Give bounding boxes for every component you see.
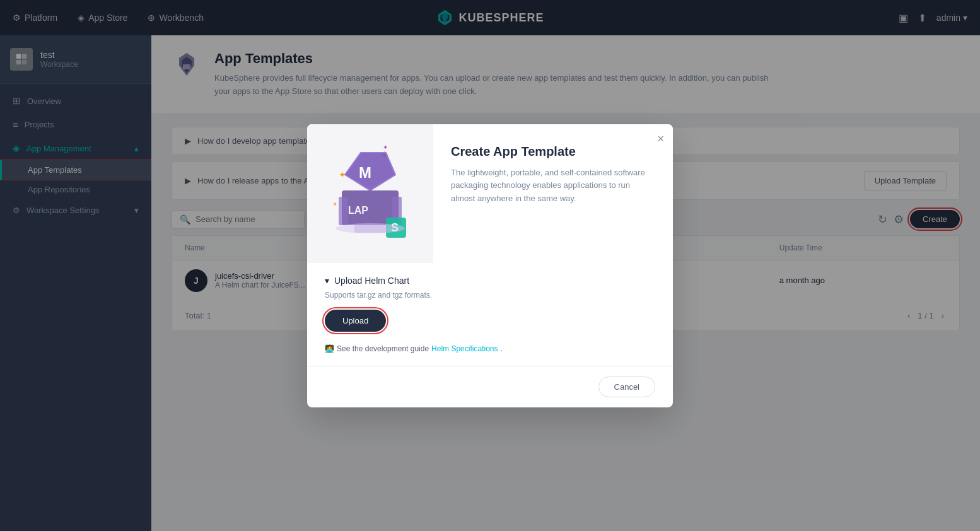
upload-button[interactable]: Upload <box>325 310 386 332</box>
modal-top: ✦ ✦ ✦ M LAP ✦ <box>307 124 673 263</box>
svg-text:LAP: LAP <box>348 205 368 216</box>
dev-guide: 🧑‍💻 See the development guide Helm Speci… <box>325 344 655 353</box>
svg-rect-24 <box>354 225 386 233</box>
chevron-down-upload-icon: ▾ <box>325 276 329 286</box>
helm-specs-link[interactable]: Helm Specifications <box>431 344 498 353</box>
upload-section-desc: Supports tar.gz and tgz formats. <box>325 291 655 300</box>
modal-footer: Cancel <box>307 366 673 407</box>
svg-rect-17 <box>339 197 348 225</box>
modal-title: Create App Template <box>451 144 655 159</box>
upload-section-header: ▾ Upload Helm Chart <box>325 276 655 286</box>
svg-text:M: M <box>359 164 371 181</box>
modal-overlay[interactable]: × ✦ ✦ ✦ M L <box>0 0 980 531</box>
cancel-button[interactable]: Cancel <box>598 376 655 397</box>
svg-text:✦: ✦ <box>383 144 388 151</box>
create-app-template-modal: × ✦ ✦ ✦ M L <box>307 124 673 407</box>
modal-illustration: ✦ ✦ ✦ M LAP ✦ <box>307 124 433 263</box>
guide-icon: 🧑‍💻 <box>325 344 334 353</box>
modal-close-button[interactable]: × <box>657 133 664 144</box>
dev-guide-text: See the development guide <box>337 344 429 353</box>
period: . <box>500 344 502 353</box>
modal-content-area: Create App Template The lightweight, por… <box>433 124 673 263</box>
helm-illustration: ✦ ✦ ✦ M LAP ✦ <box>326 143 414 244</box>
modal-description: The lightweight, portable, and self-cont… <box>451 166 655 206</box>
svg-text:✦: ✦ <box>332 201 337 207</box>
upload-section-title: Upload Helm Chart <box>334 276 409 286</box>
modal-body: ▾ Upload Helm Chart Supports tar.gz and … <box>307 263 673 366</box>
